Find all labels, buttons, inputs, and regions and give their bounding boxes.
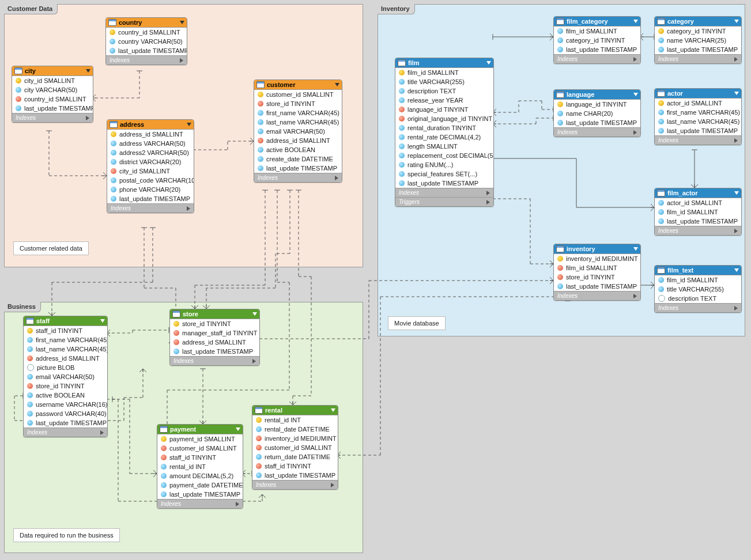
table-city[interactable]: citycity_id SMALLINTcity VARCHAR(50)coun… xyxy=(12,66,93,123)
column-row[interactable]: email VARCHAR(50) xyxy=(254,127,342,136)
chevron-down-icon[interactable] xyxy=(100,319,105,323)
column-row[interactable]: title VARCHAR(255) xyxy=(655,285,741,294)
table-footer-indexes[interactable]: Indexes xyxy=(157,499,243,508)
chevron-down-icon[interactable] xyxy=(236,427,240,431)
table-film_text[interactable]: film_textfilm_id SMALLINTtitle VARCHAR(2… xyxy=(654,265,742,313)
column-row[interactable]: language_id TINYINT xyxy=(395,105,493,114)
table-footer-indexes[interactable]: Indexes xyxy=(554,54,640,63)
table-customer[interactable]: customercustomer_id SMALLINTstore_id TIN… xyxy=(254,80,342,183)
table-header[interactable]: staff xyxy=(24,316,107,326)
table-footer-indexes[interactable]: Indexes xyxy=(107,203,194,213)
column-row[interactable]: last_update TIMESTAMP xyxy=(106,46,187,55)
table-footer-indexes[interactable]: Indexes xyxy=(554,127,640,137)
column-row[interactable]: last_update TIMESTAMP xyxy=(170,347,259,356)
table-footer-indexes[interactable]: Indexes xyxy=(12,113,93,122)
column-row[interactable]: staff_id TINYINT xyxy=(157,453,243,462)
table-film_category[interactable]: film_categoryfilm_id SMALLINTcategory_id… xyxy=(553,16,641,64)
table-store[interactable]: storestore_id TINYINTmanager_staff_id TI… xyxy=(169,309,260,366)
column-row[interactable]: rating ENUM(...) xyxy=(395,160,493,169)
column-row[interactable]: store_id TINYINT xyxy=(254,99,342,108)
column-row[interactable]: rental_id INT xyxy=(252,415,338,425)
column-row[interactable]: phone VARCHAR(20) xyxy=(107,185,194,194)
table-payment[interactable]: paymentpayment_id SMALLINTcustomer_id SM… xyxy=(157,424,243,509)
column-row[interactable]: city_id SMALLINT xyxy=(107,167,194,176)
chevron-down-icon[interactable] xyxy=(734,191,739,195)
column-row[interactable]: category_id TINYINT xyxy=(655,27,741,36)
table-actor[interactable]: actoractor_id SMALLINTfirst_name VARCHAR… xyxy=(654,88,742,145)
column-row[interactable]: last_update TIMESTAMP xyxy=(395,179,493,188)
column-row[interactable]: address_id SMALLINT xyxy=(170,338,259,347)
column-row[interactable]: last_name VARCHAR(45) xyxy=(24,345,107,354)
column-row[interactable]: film_id SMALLINT xyxy=(395,68,493,77)
column-row[interactable]: staff_id TINYINT xyxy=(252,461,338,471)
column-row[interactable]: country_id SMALLINT xyxy=(106,28,187,37)
column-row[interactable]: last_update TIMESTAMP xyxy=(157,490,243,499)
column-row[interactable]: release_year YEAR xyxy=(395,96,493,105)
column-row[interactable]: inventory_id MEDIUMINT xyxy=(252,434,338,443)
column-row[interactable]: active BOOLEAN xyxy=(254,145,342,154)
table-header[interactable]: rental xyxy=(252,406,338,415)
column-row[interactable]: actor_id SMALLINT xyxy=(655,99,741,108)
column-row[interactable]: address_id SMALLINT xyxy=(24,354,107,363)
column-row[interactable]: city VARCHAR(50) xyxy=(12,85,93,94)
column-row[interactable]: last_update TIMESTAMP xyxy=(554,118,640,127)
column-row[interactable]: email VARCHAR(50) xyxy=(24,372,107,381)
column-row[interactable]: last_update TIMESTAMP xyxy=(107,194,194,203)
chevron-down-icon[interactable] xyxy=(252,312,257,316)
column-row[interactable]: manager_staff_id TINYINT xyxy=(170,328,259,338)
table-footer-indexes[interactable]: Indexes xyxy=(395,188,493,197)
table-film[interactable]: filmfilm_id SMALLINTtitle VARCHAR(255)de… xyxy=(395,58,494,207)
column-row[interactable]: last_update TIMESTAMP xyxy=(554,282,640,291)
chevron-down-icon[interactable] xyxy=(86,69,90,73)
chevron-down-icon[interactable] xyxy=(331,408,335,412)
column-row[interactable]: name CHAR(20) xyxy=(554,109,640,118)
column-row[interactable]: rental_rate DECIMAL(4,2) xyxy=(395,133,493,142)
column-row[interactable]: last_update TIMESTAMP xyxy=(254,164,342,173)
table-header[interactable]: actor xyxy=(655,89,741,99)
column-row[interactable]: original_language_id TINYINT xyxy=(395,114,493,123)
column-row[interactable]: film_id SMALLINT xyxy=(554,263,640,273)
table-rental[interactable]: rentalrental_id INTrental_date DATETIMEi… xyxy=(252,405,338,490)
column-row[interactable]: rental_date DATETIME xyxy=(252,425,338,434)
chevron-down-icon[interactable] xyxy=(633,247,638,251)
column-row[interactable]: customer_id SMALLINT xyxy=(252,443,338,452)
table-footer-indexes[interactable]: Indexes xyxy=(655,226,741,235)
column-row[interactable]: payment_id SMALLINT xyxy=(157,434,243,444)
column-row[interactable]: actor_id SMALLINT xyxy=(655,198,741,207)
column-row[interactable]: last_update TIMESTAMP xyxy=(554,45,640,54)
column-row[interactable]: active BOOLEAN xyxy=(24,391,107,400)
column-row[interactable]: film_id SMALLINT xyxy=(554,27,640,36)
table-header[interactable]: film xyxy=(395,58,493,68)
column-row[interactable]: last_name VARCHAR(45) xyxy=(254,118,342,127)
chevron-down-icon[interactable] xyxy=(633,93,638,96)
column-row[interactable]: film_id SMALLINT xyxy=(655,207,741,217)
column-row[interactable]: store_id TINYINT xyxy=(24,381,107,391)
table-language[interactable]: languagelanguage_id TINYINTname CHAR(20)… xyxy=(553,89,641,137)
table-header[interactable]: customer xyxy=(254,80,342,90)
column-row[interactable]: store_id TINYINT xyxy=(554,273,640,282)
column-row[interactable]: district VARCHAR(20) xyxy=(107,157,194,167)
table-header[interactable]: country xyxy=(106,18,187,28)
column-row[interactable]: last_update TIMESTAMP xyxy=(12,104,93,113)
column-row[interactable]: address_id SMALLINT xyxy=(107,130,194,139)
column-row[interactable]: description TEXT xyxy=(655,294,741,303)
table-footer-triggers[interactable]: Triggers xyxy=(395,197,493,206)
table-footer-indexes[interactable]: Indexes xyxy=(24,427,107,437)
column-row[interactable]: last_update TIMESTAMP xyxy=(655,126,741,135)
chevron-down-icon[interactable] xyxy=(734,92,739,95)
column-row[interactable]: payment_date DATETIME xyxy=(157,480,243,490)
column-row[interactable]: return_date DATETIME xyxy=(252,452,338,461)
table-address[interactable]: addressaddress_id SMALLINTaddress VARCHA… xyxy=(107,119,194,213)
column-row[interactable]: username VARCHAR(16) xyxy=(24,400,107,409)
column-row[interactable]: rental_id INT xyxy=(157,462,243,471)
table-inventory[interactable]: inventoryinventory_id MEDIUMINTfilm_id S… xyxy=(553,244,641,301)
column-row[interactable]: postal_code VARCHAR(10) xyxy=(107,176,194,185)
column-row[interactable]: last_update TIMESTAMP xyxy=(655,45,741,54)
column-row[interactable]: last_name VARCHAR(45) xyxy=(655,117,741,126)
table-header[interactable]: inventory xyxy=(554,244,640,254)
column-row[interactable]: description TEXT xyxy=(395,86,493,96)
column-row[interactable]: city_id SMALLINT xyxy=(12,76,93,85)
column-row[interactable]: customer_id SMALLINT xyxy=(157,444,243,453)
column-row[interactable]: country VARCHAR(50) xyxy=(106,37,187,46)
table-header[interactable]: store xyxy=(170,309,259,319)
